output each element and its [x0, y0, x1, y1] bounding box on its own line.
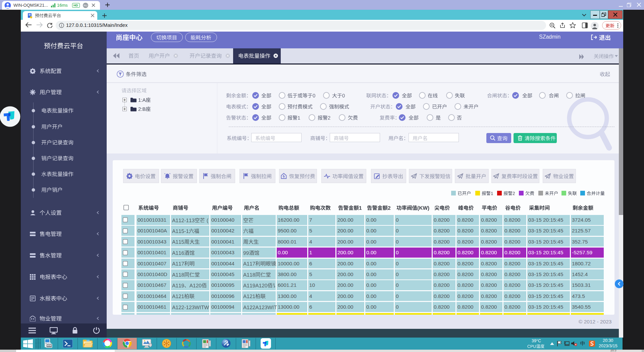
- svg-text:RU: RU: [84, 4, 88, 7]
